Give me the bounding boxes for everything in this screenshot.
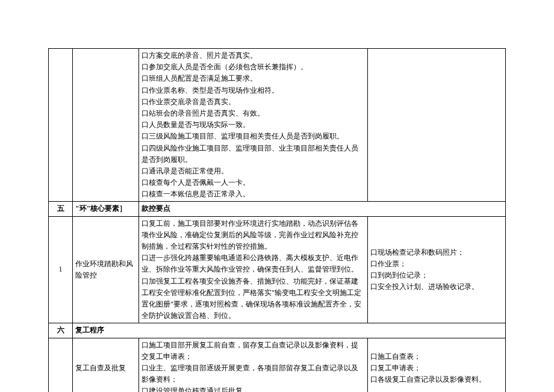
check-item: 四级风险作业施工项目部、监理项目部、业主项目部相关责任人员是否到岗履职。 [142,143,365,166]
checklist-table: 方案交底的录音、照片是否真实。 参加交底人员是否全面（必须包含班长兼指挥）。 班… [48,48,506,392]
table-row: 方案交底的录音、照片是否真实。 参加交底人员是否全面（必须包含班长兼指挥）。 班… [49,49,506,202]
section-title: 款控要点 [139,202,506,216]
remark-item: 各级复工自查记录以及影像资料。 [370,374,503,385]
section-header-row: 六 复工程序 [49,323,506,338]
row-num-cell: 1 [49,216,73,323]
remark-item: 复工申请表； [370,362,503,374]
row-remark-cell: 施工自查表； 复工申请表； 各级复工自查记录以及影像资料。 [368,338,506,392]
check-item: 方案交底的录音、照片是否真实。 [142,50,365,61]
check-item: 人员数量是否与现场实际一致。 [142,119,365,131]
check-item: 通讯录是否能正常使用。 [142,166,365,177]
check-item: 业主、监理项目部逐级开展更查，各项目部留存复工自查记录以及影像资料； [142,362,365,385]
check-item: 三级风险施工项目部、监理项目相关责任人员是否到岗履职。 [142,131,365,142]
remark-item: 现场检查记录和数码照片； [370,247,503,258]
check-item: 加强复工工程各项安全设施齐备、措施到位、功能完好，保证基建工程安全管理标准化配置… [142,276,365,322]
table-row: 复工自查及批复 施工项目部开展复工前自查，留存复工自查记录以及影像资料，提交复工… [49,338,506,392]
row-remark-cell: 现场检查记录和数码照片； 作业票； 到岗到位记录； 安全投入计划、进场验收记录。 [368,216,506,323]
check-item: 施工项目部开展复工前自查，留存复工自查记录以及影像资料，提交复工申请表； [142,340,365,362]
remark-item: 安全投入计划、进场验收记录。 [370,281,503,293]
table-row: 1 作业环境踏勘和风险管控 复工前，施工项目部要对作业环境进行实地踏勘，动态识别… [49,216,506,323]
row-num-cell [49,338,73,392]
row-content-cell: 复工前，施工项目部要对作业环境进行实地踏勘，动态识别评估各项作业风险，准确定位复… [139,216,368,323]
remark-item: 作业票； [370,258,503,270]
row-content-cell: 施工项目部开展复工前自查，留存复工自查记录以及影像资料，提交复工申请表； 业主、… [139,338,368,392]
section-header-row: 五 "环"核心要素］ 款控要点 [49,202,506,216]
check-item: 作业票交底录音是否真实。 [142,96,365,108]
check-item: 站班会的录音照片是否真实、有效。 [142,108,365,119]
check-item: 班组人员配置是否满足施工要求。 [142,73,365,84]
row-content-cell: 方案交底的录音、照片是否真实。 参加交底人员是否全面（必须包含班长兼指挥）。 班… [139,49,368,202]
remark-item: 到岗到位记录； [370,270,503,281]
check-item: 进一步强化跨越重要输电通道和公路铁路、高大模板支护、近电作业、拆除作业等重大风险… [142,252,365,275]
remark-item: 施工自查表； [370,351,503,362]
section-num: 六 [49,323,73,338]
row-name-cell: 作业环境踏勘和风险管控 [73,216,139,323]
row-name-cell: 复工自查及批复 [73,338,139,392]
row-remark-cell [368,49,506,202]
check-item: 核查一本账信息是否正常录入。 [142,188,365,200]
check-item: 核查每个人是否佩戴一人一卡。 [142,177,365,188]
section-name: 复工程序 [73,323,506,338]
row-name-cell [73,49,139,202]
check-item: 参加交底人员是否全面（必须包含班长兼指挥）。 [142,61,365,73]
check-item: 建设管理单位核查通过后批复。 [142,385,365,392]
section-num: 五 [49,202,73,216]
section-name: "环"核心要素］ [73,202,139,216]
check-item: 作业票名称、类型是否与现场作业相符。 [142,85,365,96]
row-num-cell [49,49,73,202]
check-item: 复工前，施工项目部要对作业环境进行实地踏勘，动态识别评估各项作业风险，准确定位复… [142,218,365,253]
